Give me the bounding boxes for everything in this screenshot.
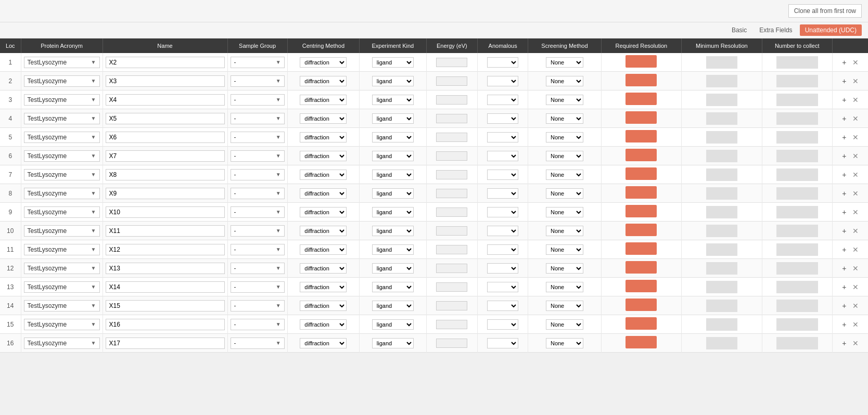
screening-method-select[interactable]: None full quick [546,244,583,255]
centring-method-select[interactable]: diffraction none [300,338,347,348]
num-collect-input[interactable] [776,206,818,218]
protein-dropdown[interactable]: TestLysozyme ▼ [24,225,100,237]
anomalous-select[interactable]: true false [487,76,518,86]
remove-row-button[interactable]: ✕ [850,301,861,311]
required-resolution-input[interactable] [626,336,657,348]
add-row-button[interactable]: + [840,207,848,217]
screening-method-select[interactable]: None full quick [546,76,583,86]
num-collect-input[interactable] [776,187,818,200]
energy-input[interactable] [436,208,467,217]
name-input[interactable] [106,94,225,106]
anomalous-select[interactable]: true false [487,95,518,105]
centring-method-select[interactable]: diffraction none [300,188,347,199]
add-row-button[interactable]: + [840,95,848,105]
screening-method-select[interactable]: None full quick [546,188,583,199]
required-resolution-input[interactable] [626,149,657,161]
min-resolution-input[interactable] [706,225,737,237]
min-resolution-input[interactable] [706,150,737,162]
add-row-button[interactable]: + [840,263,848,274]
num-collect-input[interactable] [776,168,818,181]
name-input[interactable] [106,263,225,274]
anomalous-select[interactable]: true false [487,57,518,68]
num-collect-input[interactable] [776,281,818,293]
add-row-button[interactable]: + [840,57,848,68]
experiment-kind-select[interactable]: ligand standard sad [372,170,414,180]
required-resolution-input[interactable] [626,224,657,236]
experiment-kind-select[interactable]: ligand standard sad [372,207,414,217]
screening-method-select[interactable]: None full quick [546,151,583,161]
required-resolution-input[interactable] [626,111,657,124]
name-input[interactable] [106,206,225,218]
add-row-button[interactable]: + [840,76,848,86]
screening-method-select[interactable]: None full quick [546,226,583,236]
protein-dropdown[interactable]: TestLysozyme ▼ [24,319,100,330]
energy-input[interactable] [436,282,467,292]
screening-method-select[interactable]: None full quick [546,263,583,274]
cell-required-resolution[interactable] [601,90,682,109]
energy-input[interactable] [436,95,467,105]
num-collect-input[interactable] [776,300,818,312]
min-resolution-input[interactable] [706,337,737,349]
centring-method-select[interactable]: diffraction none [300,282,347,292]
num-collect-input[interactable] [776,150,818,162]
anomalous-select[interactable]: true false [487,301,518,311]
tab-basic[interactable]: Basic [726,24,752,36]
screening-method-select[interactable]: None full quick [546,132,583,142]
cell-required-resolution[interactable] [601,109,682,128]
num-collect-input[interactable] [776,318,818,331]
required-resolution-input[interactable] [626,242,657,255]
required-resolution-input[interactable] [626,280,657,292]
tab-unattended[interactable]: Unattended (UDC) [800,24,862,36]
experiment-kind-select[interactable]: ligand standard sad [372,244,414,255]
cell-required-resolution[interactable] [601,53,682,72]
required-resolution-input[interactable] [626,205,657,217]
anomalous-select[interactable]: true false [487,188,518,199]
centring-method-select[interactable]: diffraction none [300,263,347,274]
cell-required-resolution[interactable] [601,222,682,240]
remove-row-button[interactable]: ✕ [850,338,861,348]
protein-dropdown[interactable]: TestLysozyme ▼ [24,206,100,218]
add-row-button[interactable]: + [840,188,848,199]
add-row-button[interactable]: + [840,151,848,161]
screening-method-select[interactable]: None full quick [546,207,583,217]
num-collect-input[interactable] [776,262,818,275]
energy-input[interactable] [436,301,467,310]
anomalous-select[interactable]: true false [487,282,518,292]
add-row-button[interactable]: + [840,282,848,292]
anomalous-select[interactable]: true false [487,151,518,161]
remove-row-button[interactable]: ✕ [850,76,861,86]
sample-group-dropdown[interactable]: - ▼ [231,169,285,180]
energy-input[interactable] [436,226,467,236]
remove-row-button[interactable]: ✕ [850,188,861,199]
num-collect-input[interactable] [776,94,818,106]
cell-required-resolution[interactable] [601,203,682,222]
remove-row-button[interactable]: ✕ [850,57,861,68]
remove-row-button[interactable]: ✕ [850,207,861,217]
name-input[interactable] [106,150,225,162]
anomalous-select[interactable]: true false [487,170,518,180]
sample-group-dropdown[interactable]: - ▼ [231,113,285,124]
protein-dropdown[interactable]: TestLysozyme ▼ [24,150,100,162]
remove-row-button[interactable]: ✕ [850,282,861,292]
sample-group-dropdown[interactable]: - ▼ [231,244,285,255]
min-resolution-input[interactable] [706,56,737,69]
cell-required-resolution[interactable] [601,240,682,259]
protein-dropdown[interactable]: TestLysozyme ▼ [24,281,100,293]
protein-dropdown[interactable]: TestLysozyme ▼ [24,244,100,255]
required-resolution-input[interactable] [626,317,657,330]
remove-row-button[interactable]: ✕ [850,319,861,330]
centring-method-select[interactable]: diffraction none [300,244,347,255]
sample-group-dropdown[interactable]: - ▼ [231,94,285,106]
add-row-button[interactable]: + [840,301,848,311]
num-collect-input[interactable] [776,131,818,144]
add-row-button[interactable]: + [840,319,848,330]
experiment-kind-select[interactable]: ligand standard sad [372,76,414,86]
add-row-button[interactable]: + [840,132,848,142]
sample-group-dropdown[interactable]: - ▼ [231,206,285,218]
energy-input[interactable] [436,114,467,123]
name-input[interactable] [106,281,225,293]
experiment-kind-select[interactable]: ligand standard sad [372,113,414,124]
experiment-kind-select[interactable]: ligand standard sad [372,282,414,292]
centring-method-select[interactable]: diffraction none [300,151,347,161]
centring-method-select[interactable]: diffraction none [300,57,347,68]
